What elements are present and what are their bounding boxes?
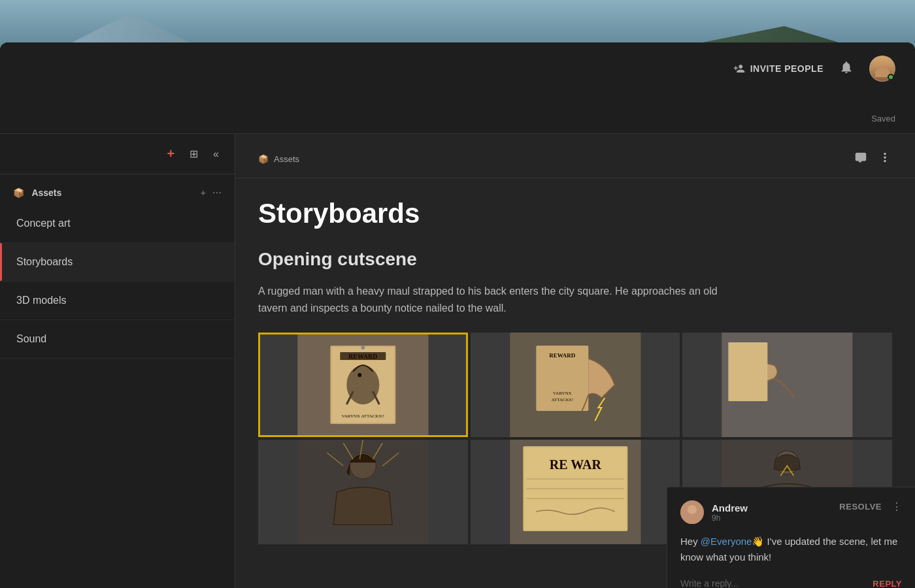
mention: @Everyone xyxy=(701,536,752,547)
comment-menu-button[interactable]: ⋮ xyxy=(891,500,902,513)
collapse-button[interactable]: « xyxy=(210,146,222,163)
page-header: 📦 Assets xyxy=(235,134,915,178)
assets-icon: 📦 xyxy=(13,188,24,198)
online-status-dot xyxy=(888,74,894,80)
sidebar-section: 📦 Assets + ⋯ Concept art Storyboards xyxy=(0,174,235,365)
svg-point-9 xyxy=(361,346,365,350)
svg-text:REWARD: REWARD xyxy=(549,352,576,359)
sidebar-item-3d-models[interactable]: 3D models xyxy=(0,282,235,320)
commenter-avatar xyxy=(680,500,704,524)
saved-status: Saved xyxy=(0,114,915,133)
page-content: 📦 Assets xyxy=(235,134,915,588)
frame-5-sketch: RE WAR xyxy=(471,440,680,544)
storyboard-frame-4[interactable] xyxy=(258,440,468,544)
storyboard-frame-3[interactable] xyxy=(682,333,892,437)
header: INVITE PEOPLE Saved xyxy=(0,42,915,134)
frame-2-sketch: REWARD VARYNX ATTACKS! xyxy=(471,333,680,437)
comment-body: Hey @Everyone👋 I've updated the scene, l… xyxy=(680,534,902,565)
svg-text:REWARD: REWARD xyxy=(348,353,377,360)
page-title: Storyboards xyxy=(258,198,892,229)
sidebar-toolbar: + ⊞ « xyxy=(0,134,235,174)
svg-text:VARYNX ATTACKS!!: VARYNX ATTACKS!! xyxy=(342,414,385,419)
comment-actions: RESOLVE ⋮ xyxy=(839,500,902,513)
svg-text:VARYNX: VARYNX xyxy=(553,391,572,396)
bell-icon xyxy=(839,60,854,74)
section-menu-button[interactable]: ⋯ xyxy=(212,188,222,198)
resolve-button[interactable]: RESOLVE xyxy=(839,502,882,512)
person-add-icon xyxy=(733,63,745,74)
reply-input[interactable]: Write a reply... xyxy=(680,578,873,588)
expand-button[interactable]: ⊞ xyxy=(187,145,201,163)
comment-header: Andrew 9h RESOLVE ⋮ xyxy=(680,500,902,524)
svg-point-7 xyxy=(358,373,361,377)
vertical-dots-icon xyxy=(878,150,892,165)
section-description: A rugged man with a heavy maul strapped … xyxy=(258,283,748,316)
frame-1-sketch: REWARD VARYNX ATTACKS!! xyxy=(258,333,468,437)
storyboard-frame-2[interactable]: REWARD VARYNX ATTACKS! xyxy=(471,333,680,437)
comment-user-info: Andrew 9h xyxy=(712,502,748,523)
app-window: INVITE PEOPLE Saved + xyxy=(0,42,915,588)
comment-icon xyxy=(854,150,868,165)
sidebar-item-storyboards[interactable]: Storyboards xyxy=(0,243,235,282)
svg-rect-18 xyxy=(729,342,768,401)
more-options-button[interactable] xyxy=(878,150,892,168)
main-content: + ⊞ « 📦 Assets + ⋯ xyxy=(0,134,915,588)
svg-point-35 xyxy=(688,505,697,514)
comment-button[interactable] xyxy=(854,150,868,168)
comment-time: 9h xyxy=(712,514,748,523)
breadcrumb: 📦 Assets xyxy=(258,154,299,164)
comment-user: Andrew 9h xyxy=(680,500,748,524)
frame-4-sketch xyxy=(258,440,468,544)
header-top: INVITE PEOPLE xyxy=(0,42,915,82)
assets-label: 📦 Assets xyxy=(13,188,61,198)
invite-people-button[interactable]: INVITE PEOPLE xyxy=(733,63,824,74)
image-grid-row-1: REWARD VARYNX ATTACKS!! xyxy=(258,333,892,437)
section-actions: + ⋯ xyxy=(201,188,222,198)
svg-text:ATTACKS!: ATTACKS! xyxy=(551,397,573,402)
sidebar: + ⊞ « 📦 Assets + ⋯ xyxy=(0,134,235,588)
comment-username: Andrew xyxy=(712,502,748,514)
commenter-avatar-image xyxy=(680,500,704,524)
reply-button[interactable]: REPLY xyxy=(873,579,902,589)
svg-text:RE WAR: RE WAR xyxy=(549,457,601,472)
sidebar-item-concept-art[interactable]: Concept art xyxy=(0,204,235,243)
page-actions xyxy=(854,150,892,168)
storyboard-frame-1[interactable]: REWARD VARYNX ATTACKS!! xyxy=(258,333,468,437)
add-button[interactable]: + xyxy=(164,144,177,164)
section-add-button[interactable]: + xyxy=(201,188,206,198)
frame-3-sketch xyxy=(682,333,892,437)
comment-reply-area: Write a reply... REPLY xyxy=(680,578,902,588)
notification-button[interactable] xyxy=(837,57,856,80)
section-title: Opening cutscene xyxy=(258,249,892,270)
svg-point-6 xyxy=(346,365,379,404)
breadcrumb-icon: 📦 xyxy=(258,154,269,164)
assets-section-header: 📦 Assets + ⋯ xyxy=(0,181,235,204)
user-avatar-container[interactable] xyxy=(869,56,895,82)
comment-panel: Andrew 9h RESOLVE ⋮ Hey @Everyone👋 I've … xyxy=(667,487,915,588)
sidebar-item-sound[interactable]: Sound xyxy=(0,320,235,359)
storyboard-frame-5[interactable]: RE WAR xyxy=(471,440,680,544)
